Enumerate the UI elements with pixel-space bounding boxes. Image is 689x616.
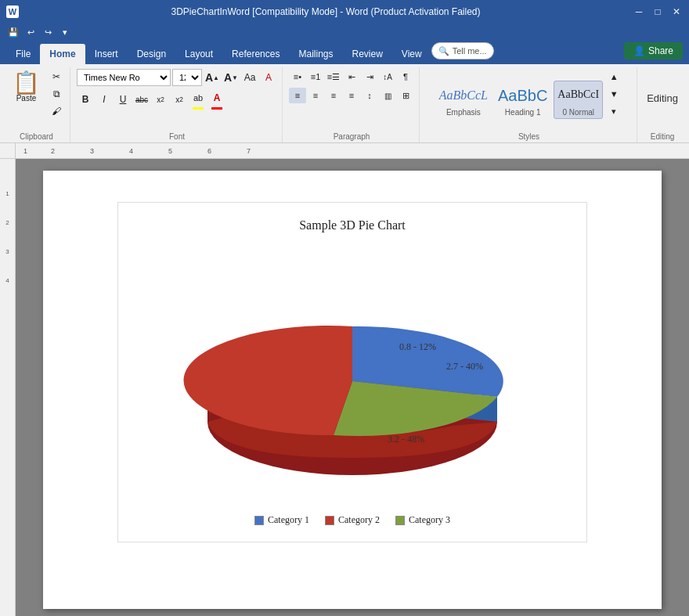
subscript-button[interactable]: x2 bbox=[152, 91, 169, 108]
align-left-button[interactable]: ≡ bbox=[289, 88, 306, 103]
format-painter-button[interactable]: 🖌 bbox=[48, 103, 65, 119]
legend-label-cat2: Category 2 bbox=[338, 514, 380, 526]
multilevel-button[interactable]: ≡☰ bbox=[325, 69, 342, 85]
highlight-color-bar bbox=[193, 107, 204, 110]
redo-quick-button[interactable]: ↪ bbox=[41, 25, 55, 39]
legend-color-cat3 bbox=[395, 516, 405, 525]
borders-button[interactable]: ⊞ bbox=[397, 88, 414, 103]
shrink-font-button[interactable]: A▼ bbox=[222, 69, 240, 86]
cat3-label: 0.8 - 12% bbox=[399, 341, 436, 352]
decrease-indent-button[interactable]: ⇤ bbox=[343, 69, 360, 85]
cut-button[interactable]: ✂ bbox=[48, 69, 65, 85]
justify-button[interactable]: ≡ bbox=[343, 88, 360, 103]
increase-indent-button[interactable]: ⇥ bbox=[361, 69, 378, 85]
font-row-2: B I U abc x2 x2 ab A bbox=[77, 89, 277, 110]
save-quick-button[interactable]: 💾 bbox=[6, 25, 20, 39]
cat1-label: 2.7 - 40% bbox=[446, 361, 483, 372]
styles-scroll: ▲ ▼ ▾ bbox=[605, 69, 622, 130]
tab-home[interactable]: Home bbox=[40, 44, 85, 64]
editing-group: Editing Editing bbox=[639, 67, 686, 142]
minimize-button[interactable]: ─ bbox=[633, 5, 645, 18]
italic-button[interactable]: I bbox=[96, 91, 113, 108]
numbering-button[interactable]: ≡1 bbox=[307, 69, 324, 85]
legend-label-cat3: Category 3 bbox=[409, 514, 450, 526]
tab-layout[interactable]: Layout bbox=[175, 44, 222, 64]
tab-design[interactable]: Design bbox=[128, 44, 175, 64]
close-button[interactable]: ✕ bbox=[670, 5, 683, 18]
styles-scroll-down[interactable]: ▼ bbox=[605, 86, 622, 102]
font-group: Times New Ro 12 A▲ A▼ Aa A B I U abc x2 … bbox=[72, 67, 283, 142]
undo-quick-button[interactable]: ↩ bbox=[23, 25, 38, 39]
styles-gallery: AaBbCcL Emphasis AaBbC Heading 1 AaBbCcI… bbox=[435, 69, 622, 141]
styles-more[interactable]: ▾ bbox=[605, 103, 622, 119]
grow-font-button[interactable]: A▲ bbox=[204, 69, 221, 86]
customize-quick-button[interactable]: ▾ bbox=[58, 25, 72, 39]
paste-label: Paste bbox=[16, 94, 37, 103]
styles-label: Styles bbox=[518, 132, 539, 141]
legend-item-cat2: Category 2 bbox=[325, 514, 380, 526]
page-area: Sample 3D Pie Chart bbox=[16, 159, 689, 616]
text-color-bar bbox=[211, 107, 222, 110]
legend-label-cat1: Category 1 bbox=[268, 514, 309, 526]
normal-preview: AaBbCcI bbox=[557, 83, 599, 108]
line-spacing-button[interactable]: ↕ bbox=[361, 88, 378, 103]
document-area: 1 2 3 4 1 2 3 4 5 6 7 Sample 3D Pie Char… bbox=[0, 143, 689, 616]
heading1-label: Heading 1 bbox=[505, 108, 541, 117]
text-color-button[interactable]: A bbox=[208, 89, 225, 106]
paste-button[interactable]: 📋 Paste bbox=[8, 69, 45, 106]
style-emphasis[interactable]: AaBbCcL Emphasis bbox=[435, 81, 492, 119]
heading1-preview: AaBbC bbox=[498, 83, 547, 108]
document-page: Sample 3D Pie Chart bbox=[43, 171, 662, 609]
styles-scroll-up[interactable]: ▲ bbox=[605, 69, 622, 85]
font-label: Font bbox=[169, 132, 185, 141]
show-marks-button[interactable]: ¶ bbox=[397, 69, 414, 85]
paragraph-content: ≡• ≡1 ≡☰ ⇤ ⇥ ↕A ¶ ≡ ≡ ≡ ≡ ↕ ▥ ⊞ bbox=[289, 69, 414, 141]
tab-mailings[interactable]: Mailings bbox=[289, 44, 342, 64]
ruler-v-ticks: 1 2 3 4 bbox=[0, 159, 15, 616]
ribbon: 📋 Paste ✂ ⧉ 🖌 Clipboard Times New Ro 12 … bbox=[0, 64, 689, 143]
change-case-button[interactable]: Aa bbox=[241, 69, 258, 86]
bold-button[interactable]: B bbox=[77, 91, 94, 108]
superscript-button[interactable]: x2 bbox=[171, 91, 188, 108]
font-name-select[interactable]: Times New Ro bbox=[77, 69, 171, 86]
clipboard-label: Clipboard bbox=[20, 132, 53, 141]
cat2-label: 3.2 - 48% bbox=[388, 434, 424, 445]
ruler-horizontal: 1 2 3 4 5 6 7 bbox=[16, 143, 689, 159]
chart-container[interactable]: Sample 3D Pie Chart bbox=[117, 202, 587, 542]
style-heading1[interactable]: AaBbC Heading 1 bbox=[494, 81, 551, 119]
normal-label: 0 Normal bbox=[563, 108, 595, 117]
align-right-button[interactable]: ≡ bbox=[325, 88, 342, 103]
tab-insert[interactable]: Insert bbox=[85, 44, 128, 64]
tell-me-input[interactable]: 🔍 Tell me... bbox=[431, 42, 494, 59]
tab-review[interactable]: Review bbox=[342, 44, 391, 64]
legend-item-cat3: Category 3 bbox=[395, 514, 450, 526]
paragraph-group: ≡• ≡1 ≡☰ ⇤ ⇥ ↕A ¶ ≡ ≡ ≡ ≡ ↕ ▥ ⊞ Paragrap… bbox=[284, 67, 420, 142]
chart-legend: Category 1 Category 2 Category 3 bbox=[254, 514, 450, 526]
clear-format-button[interactable]: A bbox=[260, 69, 277, 86]
align-center-button[interactable]: ≡ bbox=[307, 88, 324, 103]
editing-content: Editing bbox=[647, 69, 678, 141]
legend-item-cat1: Category 1 bbox=[254, 514, 309, 526]
editing-text: Editing bbox=[647, 92, 678, 104]
text-highlight-button[interactable]: ab bbox=[189, 89, 207, 106]
restore-button[interactable]: □ bbox=[651, 5, 664, 18]
style-normal[interactable]: AaBbCcI 0 Normal bbox=[554, 81, 603, 119]
underline-button[interactable]: U bbox=[114, 91, 132, 108]
share-button[interactable]: 👤 Share bbox=[624, 42, 683, 59]
bullets-button[interactable]: ≡• bbox=[289, 69, 306, 85]
tab-view[interactable]: View bbox=[392, 44, 431, 64]
emphasis-label: Emphasis bbox=[446, 108, 481, 117]
tab-file[interactable]: File bbox=[6, 44, 40, 64]
para-row-2: ≡ ≡ ≡ ≡ ↕ ▥ ⊞ bbox=[289, 88, 414, 103]
ribbon-tabs: File Home Insert Design Layout Reference… bbox=[0, 41, 689, 64]
copy-button[interactable]: ⧉ bbox=[48, 86, 65, 102]
paste-icon: 📋 bbox=[13, 72, 40, 94]
tab-references[interactable]: References bbox=[222, 44, 289, 64]
shading-button[interactable]: ▥ bbox=[379, 88, 396, 103]
pie-chart-svg: 2.7 - 40% 3.2 - 48% 0.8 - 12% bbox=[180, 248, 525, 499]
sort-button[interactable]: ↕A bbox=[379, 69, 396, 85]
title-bar: W 3DPieChartInWord [Compatibility Mode] … bbox=[0, 0, 689, 23]
font-size-select[interactable]: 12 bbox=[172, 69, 202, 86]
strikethrough-button[interactable]: abc bbox=[133, 91, 150, 108]
para-row-1: ≡• ≡1 ≡☰ ⇤ ⇥ ↕A ¶ bbox=[289, 69, 414, 85]
